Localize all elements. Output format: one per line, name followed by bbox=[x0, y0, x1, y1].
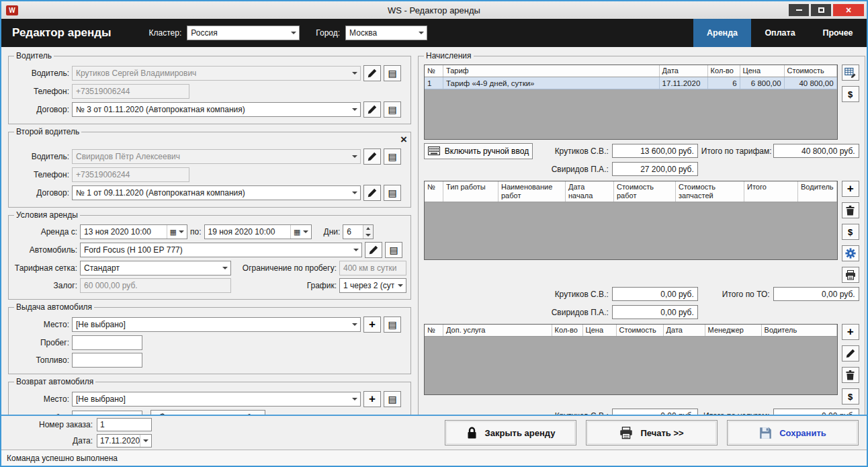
deposit-input[interactable]: 60 000,00 руб. bbox=[80, 278, 231, 293]
second-driver-phone-label: Телефон: bbox=[13, 170, 69, 179]
maintenance-settings-button[interactable] bbox=[842, 245, 859, 261]
stepper-up-button[interactable] bbox=[363, 225, 373, 232]
chevron-down-icon bbox=[415, 26, 427, 40]
title-bar[interactable]: W WS - Редактор аренды × bbox=[1, 1, 867, 19]
add-return-place-button[interactable]: + bbox=[363, 391, 381, 407]
driver-select[interactable]: Крутиков Сергей Владимирович bbox=[72, 66, 361, 81]
manual-input-button[interactable]: Включить ручной ввод bbox=[424, 143, 533, 159]
tab-rent[interactable]: Аренда bbox=[693, 19, 751, 47]
edit-second-contract-button[interactable] bbox=[363, 185, 381, 201]
contract-list-button[interactable]: ▤ bbox=[384, 101, 401, 118]
col-no: № bbox=[425, 181, 443, 202]
driver-name-label: Водитель: bbox=[13, 69, 69, 78]
car-list-button[interactable]: ▤ bbox=[385, 242, 402, 258]
driver-contract-select[interactable]: № 3 от 01.11.2020 (Автопрокатная компани… bbox=[72, 102, 361, 117]
mileage-limit-input[interactable]: 400 км в сутки bbox=[339, 261, 406, 275]
edit-car-button[interactable] bbox=[365, 242, 382, 258]
edit-second-driver-button[interactable] bbox=[363, 148, 381, 165]
calendar-icon: ▦ bbox=[294, 228, 300, 236]
col-start-date: Дата начала bbox=[566, 181, 614, 202]
close-icon: × bbox=[846, 5, 851, 15]
maintenance-table-header: № Тип работы Наименование работ Дата нач… bbox=[425, 181, 837, 202]
rental-end-input[interactable]: 19 ноя 2020 10:00 ▦ bbox=[204, 224, 312, 239]
calendar-icon: ▦ bbox=[170, 228, 177, 236]
order-number-input[interactable]: 1 bbox=[97, 418, 152, 431]
close-window-button[interactable]: × bbox=[833, 4, 864, 16]
return-mileage-input[interactable] bbox=[72, 411, 142, 415]
date-picker-button[interactable]: ▦ bbox=[167, 225, 187, 239]
app-header: Редактор аренды Кластер: Россия Город: М… bbox=[1, 19, 867, 47]
list-icon: ▤ bbox=[388, 105, 396, 114]
driver-list-button[interactable]: ▤ bbox=[384, 65, 401, 81]
issue-fuel-input[interactable] bbox=[72, 353, 142, 368]
services-driver1-amount: 0,00 руб. bbox=[612, 409, 698, 415]
minimize-button[interactable] bbox=[789, 4, 809, 16]
tab-payment[interactable]: Оплата bbox=[751, 19, 809, 47]
tariff-grid-select[interactable]: Стандарт bbox=[80, 261, 231, 275]
delete-maintenance-button[interactable] bbox=[842, 202, 859, 218]
tariff-row[interactable]: 1 Тариф «4-9 дней, сутки» 17.11.2020 6 6… bbox=[425, 77, 837, 89]
stepper-down-button[interactable] bbox=[363, 232, 373, 239]
edit-service-button[interactable] bbox=[842, 345, 859, 362]
issue-place-select[interactable]: [Не выбрано] bbox=[72, 317, 361, 332]
tab-other[interactable]: Прочее bbox=[809, 19, 867, 47]
edit-tariffs-button[interactable] bbox=[842, 65, 859, 81]
edit-contract-button[interactable] bbox=[363, 101, 381, 118]
services-table[interactable]: № Доп. услуга Кол-во Цена Стоимость Дата… bbox=[424, 324, 838, 395]
cluster-label: Кластер: bbox=[149, 28, 182, 38]
cluster-select[interactable]: Россия bbox=[187, 26, 300, 40]
issue-mileage-input[interactable] bbox=[72, 335, 142, 350]
car-label: Автомобиль: bbox=[13, 245, 77, 255]
save-button[interactable]: Сохранить bbox=[727, 420, 859, 445]
return-mileage-label: Пробег: bbox=[13, 413, 69, 415]
second-driver-select[interactable]: Свиридов Пётр Алексеевич bbox=[72, 149, 361, 164]
second-contract-list-button[interactable]: ▤ bbox=[384, 185, 401, 201]
second-driver-list-button[interactable]: ▤ bbox=[384, 148, 401, 165]
schedule-select[interactable]: 1 через 2 (сут bbox=[339, 278, 406, 293]
edit-driver-button[interactable] bbox=[363, 65, 381, 81]
second-driver-group-title: Второй водитель bbox=[14, 127, 81, 136]
car-select[interactable]: Ford Focus (Н 100 ЕР 777) bbox=[80, 243, 362, 257]
return-place-select[interactable]: [Не выбрано] bbox=[72, 392, 361, 407]
recalculate-overrun-button[interactable]: Рассчитать перепробег bbox=[150, 410, 265, 415]
order-date-label: Дата: bbox=[39, 436, 93, 445]
print-maintenance-button[interactable] bbox=[842, 267, 859, 283]
driver-phone-input[interactable]: +73519006244 bbox=[72, 84, 189, 99]
left-column: Водитель Водитель: Крутиков Сергей Влади… bbox=[8, 52, 411, 412]
date-picker-button[interactable] bbox=[140, 435, 151, 447]
service-payment-button[interactable]: $ bbox=[842, 388, 859, 405]
maintenance-payment-button[interactable]: $ bbox=[842, 224, 859, 240]
order-date-input[interactable]: 17.11.2020 bbox=[97, 434, 152, 448]
add-service-button[interactable]: + bbox=[842, 324, 859, 340]
return-place-list-button[interactable]: ▤ bbox=[384, 391, 401, 407]
close-rental-button[interactable]: Закрыть аренду bbox=[445, 420, 576, 445]
date-picker-button[interactable]: ▦ bbox=[290, 225, 310, 239]
car-return-group-title: Возврат автомобиля bbox=[14, 377, 95, 386]
col-service: Доп. услуга bbox=[443, 325, 552, 336]
trash-icon bbox=[846, 370, 855, 380]
add-maintenance-button[interactable]: + bbox=[842, 181, 859, 197]
col-total: Итого bbox=[744, 181, 798, 202]
maximize-button[interactable] bbox=[811, 4, 831, 16]
rental-start-input[interactable]: 13 ноя 2020 10:00 ▦ bbox=[80, 224, 187, 239]
car-return-group: Возврат автомобиля Место: [Не выбрано] +… bbox=[8, 382, 411, 415]
city-select[interactable]: Москва bbox=[345, 26, 427, 40]
col-driver: Водитель bbox=[762, 325, 837, 336]
tariff-payment-button[interactable]: $ bbox=[842, 86, 859, 102]
add-issue-place-button[interactable]: + bbox=[363, 316, 381, 333]
issue-place-list-button[interactable]: ▤ bbox=[384, 316, 401, 333]
rental-to-label: по: bbox=[190, 227, 202, 237]
print-button[interactable]: Печать >> bbox=[586, 420, 718, 445]
second-driver-phone-input[interactable]: +73519006244 bbox=[72, 167, 189, 182]
maintenance-table[interactable]: № Тип работы Наименование работ Дата нач… bbox=[424, 181, 838, 260]
second-driver-contract-select[interactable]: № 1 от 09.11.2020 (Автопрокатная компани… bbox=[72, 185, 361, 200]
manual-input-label: Включить ручной ввод bbox=[445, 146, 529, 156]
remove-second-driver-button[interactable]: × bbox=[400, 134, 407, 145]
tariff-grid-label: Тарифная сетка: bbox=[13, 263, 77, 273]
col-cost: Стоимость bbox=[785, 65, 837, 77]
days-stepper[interactable]: 6 bbox=[343, 224, 374, 239]
status-message: Команда успешно выполнена bbox=[7, 454, 118, 463]
tariffs-table[interactable]: № Тариф Дата Кол-во Цена Стоимость 1 Тар… bbox=[424, 65, 838, 140]
delete-service-button[interactable] bbox=[842, 367, 859, 383]
pencil-icon bbox=[846, 349, 855, 358]
